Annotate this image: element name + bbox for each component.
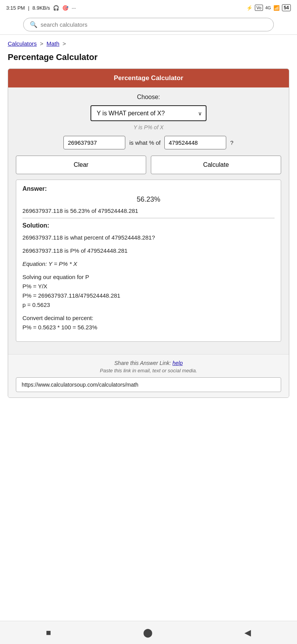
breadcrumb-math[interactable]: Math — [46, 40, 59, 47]
solution-line-3: Solving our equation for P P% = Y/X P% =… — [22, 272, 275, 310]
answer-detail: 269637937.118 is 56.23% of 479524448.281 — [22, 207, 275, 218]
solution-line-4: Convert decimal to percent: P% = 0.5623 … — [22, 313, 275, 332]
calculator-header: Percentage Calculator — [8, 69, 289, 87]
solution-text: 269637937.118 is what percent of 4795244… — [22, 233, 275, 332]
page-title: Percentage Calculator — [0, 48, 297, 69]
button-row: Clear Calculate — [16, 156, 281, 174]
input-x[interactable] — [164, 136, 226, 149]
choose-label: Choose: — [16, 94, 281, 101]
dots-icon: ··· — [72, 5, 76, 11]
clear-button[interactable]: Clear — [16, 156, 146, 174]
input-suffix: ? — [230, 139, 233, 146]
status-bar: 3:15 PM | 8.9KB/s 🎧 🎯 ··· ⚡ Vo 4G 📶 54 — [0, 0, 297, 15]
network-4g-icon: 4G — [265, 5, 271, 10]
vo-icon: Vo — [255, 5, 263, 11]
input-y[interactable] — [63, 136, 125, 149]
share-text: Share this Answer Link: help — [16, 360, 281, 366]
input-row: is what % of ? — [16, 136, 281, 149]
answer-box: Answer: 56.23% 269637937.118 is 56.23% o… — [16, 180, 281, 342]
nav-back-button[interactable]: ◀ — [244, 628, 251, 638]
solution-equation: Equation: Y = P% * X — [22, 259, 275, 269]
nav-stop-button[interactable]: ■ — [46, 628, 51, 638]
nav-home-button[interactable]: ⬤ — [143, 628, 153, 638]
search-bar[interactable]: 🔍 — [23, 18, 274, 31]
breadcrumb: Calculators > Math > — [0, 35, 297, 48]
share-subtext: Paste this link in email, text or social… — [16, 368, 281, 373]
target-icon: 🎯 — [62, 5, 68, 11]
status-network: | — [28, 5, 29, 11]
solution-line-2: 269637937.118 is P% of 479524448.281 — [22, 246, 275, 255]
calculator-body: Choose: Y is WHAT percent of X? What is … — [8, 87, 289, 348]
signal-icon: 📶 — [273, 5, 280, 11]
calculator-card: Percentage Calculator Choose: Y is WHAT … — [8, 69, 289, 398]
calculate-button[interactable]: Calculate — [151, 156, 281, 174]
search-icon: 🔍 — [30, 21, 38, 28]
calculation-type-select[interactable]: Y is WHAT percent of X? What is P% of X?… — [90, 105, 207, 121]
breadcrumb-sep-1: > — [40, 40, 43, 47]
status-time: 3:15 PM — [6, 5, 25, 11]
input-label-middle: is what % of — [129, 139, 160, 146]
answer-label: Answer: — [22, 185, 275, 192]
headphone-icon: 🎧 — [53, 5, 59, 11]
solution-line-1: 269637937.118 is what percent of 4795244… — [22, 233, 275, 242]
battery-indicator: 54 — [282, 4, 291, 11]
solution-label: Solution: — [22, 222, 275, 229]
status-right: ⚡ Vo 4G 📶 54 — [246, 4, 291, 11]
share-help-link[interactable]: help — [172, 360, 183, 366]
formula-hint: Y is P% of X — [16, 124, 281, 130]
answer-percent: 56.23% — [22, 195, 275, 204]
select-wrapper-container: Y is WHAT percent of X? What is P% of X?… — [16, 105, 281, 121]
status-speed: 8.9KB/s — [32, 5, 50, 11]
status-left: 3:15 PM | 8.9KB/s 🎧 🎯 ··· — [6, 5, 76, 11]
search-input[interactable] — [41, 21, 267, 28]
select-wrapper: Y is WHAT percent of X? What is P% of X?… — [90, 105, 207, 121]
breadcrumb-calculators[interactable]: Calculators — [8, 40, 37, 47]
nav-bar: ■ ⬤ ◀ — [0, 621, 297, 644]
search-bar-container: 🔍 — [0, 15, 297, 35]
bluetooth-icon: ⚡ — [246, 5, 253, 11]
share-url-box[interactable]: https://www.calculatorsoup.com/calculato… — [16, 377, 281, 392]
breadcrumb-sep-2: > — [63, 40, 66, 47]
share-section: Share this Answer Link: help Paste this … — [8, 354, 289, 397]
